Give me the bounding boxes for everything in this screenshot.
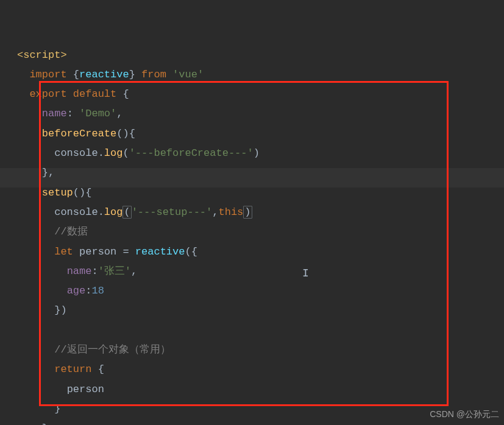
num-18: 18 [91,285,104,297]
call-reactive: reactive [135,246,185,258]
fn-beforecreate: beforeCreate [42,128,116,139]
kw-let: let [54,246,73,258]
comment-return: //返回一个对象（常用） [54,344,170,356]
code-content: <script> import {reactive} from 'vue' ex… [17,46,504,425]
console-1: console [54,147,98,159]
parens-1: () [116,128,129,139]
str-demo: 'Demo' [79,108,116,119]
brace-close-2: } [42,167,48,178]
paren-open-hl: ( [122,206,131,219]
equals: = [122,246,129,258]
colon-1: : [67,108,73,119]
kw-from: from [141,69,166,80]
str-vue: 'vue' [172,69,204,80]
parens-2: () [73,187,85,198]
text-cursor-icon: I [302,263,309,284]
close-obj-paren: }) [54,304,66,316]
import-reactive: reactive [79,69,129,80]
prop-name-2: name [67,265,92,277]
watermark-text: CSDN @公孙元二 [430,406,499,423]
log-1: log [104,147,123,159]
colon-2: : [91,265,98,277]
comma-3: , [212,206,218,218]
brace-open-2: { [122,88,129,100]
kw-this: this [218,206,243,218]
str-zhangsan: '张三' [98,265,131,277]
brace-open-5: { [191,246,197,258]
paren-open-3: ( [185,246,191,258]
dot-1: . [98,147,104,159]
prop-name: name [42,108,67,119]
script-open-tag: <script> [17,49,67,61]
log-2: log [104,206,123,218]
comma-4: , [131,265,137,277]
brace-open-4: { [85,187,91,198]
fn-setup: setup [42,187,73,198]
brace-open: { [73,69,79,80]
code-editor[interactable]: <script> import {reactive} from 'vue' ex… [0,0,504,425]
paren-open-1: ( [122,147,129,159]
comma-2: , [48,167,54,178]
brace-close-3: } [54,403,60,415]
comma-1: , [116,108,122,119]
str-setup: '---setup---' [132,206,213,218]
comment-data: //数据 [54,226,87,237]
paren-close-1: ) [254,147,260,159]
colon-3: : [85,285,91,297]
brace-open-3: { [129,128,135,139]
kw-default: default [73,88,116,100]
paren-close-hl: ) [243,206,252,219]
brace-open-6: { [98,364,104,375]
prop-age: age [67,285,86,297]
var-person: person [79,246,116,258]
str-beforecreate: '---beforeCreate---' [129,147,254,159]
dot-2: . [98,206,104,218]
kw-import: import [29,69,66,80]
brace-close: } [129,69,135,80]
person-ref: person [67,384,104,395]
kw-export: export [29,88,66,100]
kw-return: return [54,364,91,375]
brace-close-4: } [42,423,48,425]
console-2: console [54,206,98,218]
